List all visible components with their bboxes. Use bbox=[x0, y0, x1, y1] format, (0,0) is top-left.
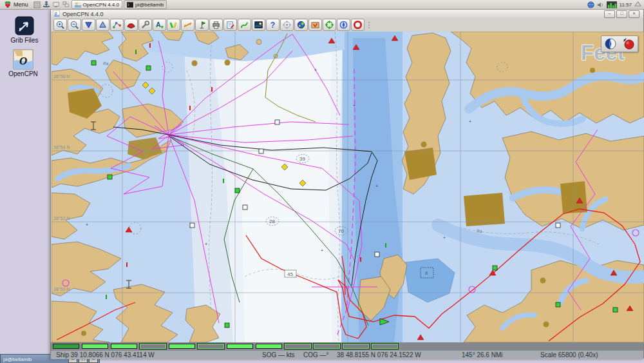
route-manager-button[interactable] bbox=[223, 19, 237, 31]
desktop-icon-label: OpenCPN bbox=[3, 70, 44, 77]
grib-button[interactable] bbox=[294, 19, 308, 31]
toolbar-grip[interactable] bbox=[366, 19, 372, 31]
svg-text:28: 28 bbox=[269, 219, 275, 224]
chart-bar bbox=[51, 342, 643, 350]
chartbar-cell[interactable] bbox=[111, 344, 137, 349]
svg-text:A: A bbox=[156, 21, 161, 28]
compass-icon bbox=[604, 37, 617, 50]
desktop-icon-opencpn[interactable]: O OpenCPN bbox=[3, 49, 44, 77]
opencpn-window: o OpenCPN 4.4.0 – □ × bbox=[50, 9, 644, 358]
chartbar-cell[interactable] bbox=[140, 344, 166, 349]
chart-downloader-button[interactable] bbox=[308, 19, 322, 31]
north-up-button[interactable] bbox=[337, 19, 350, 31]
status-bar: Ship 39 10.8066 N 076 43.4114 W SOG — kt… bbox=[51, 350, 643, 359]
svg-text:+: + bbox=[443, 235, 446, 240]
svg-text:38°52 N: 38°52 N bbox=[53, 216, 70, 221]
scale-down-button[interactable] bbox=[82, 19, 95, 31]
desktop-icon-grib-files[interactable]: Grib Files bbox=[4, 15, 45, 44]
svg-text:38°54 N: 38°54 N bbox=[53, 145, 70, 150]
man-overboard-button[interactable] bbox=[351, 19, 365, 31]
network-globe-icon[interactable] bbox=[587, 1, 594, 8]
close-button[interactable]: × bbox=[629, 10, 639, 18]
screen: Menu bbox=[0, 0, 644, 363]
eject-icon[interactable] bbox=[634, 1, 641, 8]
show-desktop-button[interactable] bbox=[52, 1, 61, 8]
chartbar-cell[interactable] bbox=[198, 344, 224, 349]
zoom-out-button[interactable] bbox=[68, 19, 81, 31]
cog-readout: COG —° bbox=[303, 351, 329, 358]
taskview-button[interactable] bbox=[62, 1, 70, 8]
file-cabinet-icon bbox=[33, 1, 41, 8]
marks-button[interactable] bbox=[167, 19, 180, 31]
options-button[interactable] bbox=[138, 19, 152, 31]
opencpn-launcher[interactable] bbox=[43, 1, 51, 8]
svg-text:+: + bbox=[86, 222, 88, 227]
raspberry-icon bbox=[4, 1, 12, 8]
chart-canvas[interactable]: 38°56 N 38°54 N 38°52 N 38°50 N bbox=[52, 32, 644, 342]
chartbar-cell[interactable] bbox=[227, 344, 253, 349]
menu-button[interactable]: Menu bbox=[0, 0, 32, 9]
taskbar-window-opencpn[interactable]: OpenCPN 4.4.0 bbox=[71, 0, 122, 9]
svg-text:+: + bbox=[314, 68, 317, 72]
chartbar-cell[interactable] bbox=[169, 344, 195, 349]
print-button[interactable] bbox=[209, 19, 223, 31]
menu-label: Menu bbox=[14, 1, 28, 8]
window-titlebar[interactable]: o OpenCPN 4.4.0 – □ × bbox=[51, 10, 643, 19]
svg-text:+: + bbox=[375, 184, 378, 188]
taskbar-window-terminal[interactable]: pi@bellamib bbox=[124, 0, 167, 9]
bearing-distance: 145° 26.6 NMi bbox=[462, 351, 502, 358]
svg-text:+: + bbox=[321, 248, 323, 253]
system-tray: 11:57 bbox=[587, 1, 644, 8]
anchor-icon bbox=[43, 1, 50, 9]
taskbar-clock: 11:57 bbox=[620, 2, 632, 8]
window-icon: o bbox=[53, 10, 60, 17]
scale-up-button[interactable] bbox=[96, 19, 109, 31]
create-route-button[interactable] bbox=[110, 19, 124, 31]
chartbar-cell[interactable] bbox=[285, 344, 311, 349]
scale-readout: Scale 65800 (0.40x) bbox=[540, 351, 598, 358]
cpu-monitor-icon[interactable] bbox=[607, 1, 617, 8]
taskbar-window-label: pi@bellamib bbox=[135, 2, 164, 8]
measure-button[interactable] bbox=[181, 19, 194, 31]
gps-position-button[interactable] bbox=[323, 19, 336, 31]
svg-text:?: ? bbox=[270, 21, 275, 30]
ais-targets-button[interactable] bbox=[280, 19, 294, 31]
opencpn-window-icon bbox=[75, 2, 81, 8]
svg-text:70: 70 bbox=[338, 228, 344, 234]
auto-follow-button[interactable] bbox=[124, 19, 138, 31]
desktop-icon bbox=[53, 1, 59, 8]
chartbar-cell[interactable] bbox=[256, 344, 282, 349]
zoom-in-button[interactable] bbox=[53, 19, 67, 31]
chart-display-toggle-button[interactable] bbox=[252, 19, 265, 31]
compass-gps-widget[interactable] bbox=[601, 35, 638, 52]
volume-icon[interactable] bbox=[597, 1, 604, 8]
desktop-icon-label: Grib Files bbox=[4, 37, 45, 44]
help-button[interactable]: ? bbox=[266, 19, 279, 31]
ship-position: Ship 39 10.8066 N 076 43.4114 W bbox=[56, 351, 155, 358]
chartbar-cell[interactable] bbox=[82, 344, 108, 349]
opencpn-icon: O bbox=[13, 49, 33, 70]
chartbar-cell[interactable] bbox=[53, 344, 79, 349]
taskbar-window-label: OpenCPN 4.4.0 bbox=[83, 2, 119, 8]
svg-text:O: O bbox=[19, 55, 27, 67]
chartbar-cell[interactable] bbox=[372, 344, 398, 349]
file-manager-launcher[interactable] bbox=[33, 1, 41, 8]
nautical-chart: 38°56 N 38°54 N 38°52 N 38°50 N bbox=[52, 32, 644, 342]
tides-button[interactable] bbox=[195, 19, 209, 31]
chartbar-cell[interactable] bbox=[343, 344, 369, 349]
chartbar-cell[interactable] bbox=[314, 344, 340, 349]
svg-text:+: + bbox=[205, 242, 207, 246]
tracks-button[interactable] bbox=[238, 19, 251, 31]
svg-text:Ra: Ra bbox=[477, 229, 482, 233]
svg-text:38°50 N: 38°50 N bbox=[53, 287, 70, 291]
grib-files-icon bbox=[14, 15, 35, 36]
svg-text:+: + bbox=[353, 103, 355, 108]
minimize-button[interactable]: – bbox=[604, 10, 615, 18]
enc-text-button[interactable]: A bbox=[153, 19, 166, 31]
svg-text:38°56 N: 38°56 N bbox=[53, 74, 70, 79]
windows-icon bbox=[62, 1, 69, 8]
svg-text:+: + bbox=[469, 119, 471, 124]
svg-text:45: 45 bbox=[287, 271, 293, 277]
maximize-button[interactable]: □ bbox=[616, 10, 627, 18]
sog-readout: SOG — kts bbox=[262, 351, 295, 358]
